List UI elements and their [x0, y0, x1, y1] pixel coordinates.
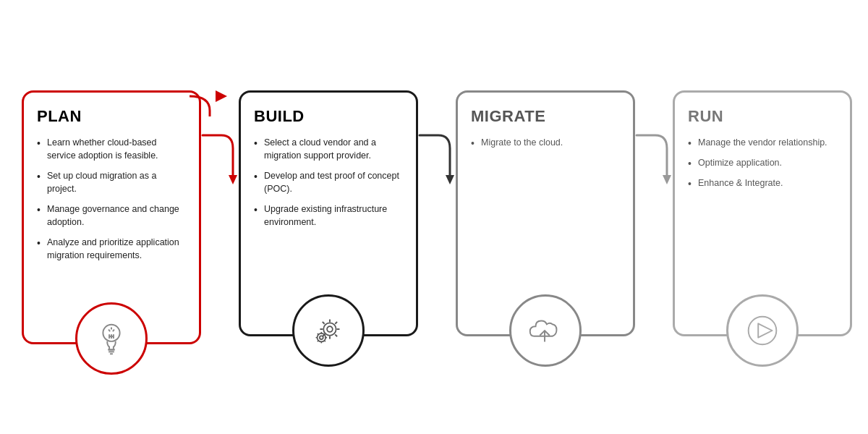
plan-bullet-1: Learn whether cloud-based service adopti…: [37, 136, 186, 162]
run-bullet-1: Manage the vendor relationship.: [688, 136, 837, 149]
svg-line-7: [113, 329, 114, 331]
plan-bullet-4: Analyze and prioritize application migra…: [37, 236, 186, 262]
phase-plan-wrapper: PLAN Learn whether cloud-based service a…: [22, 90, 201, 344]
svg-marker-33: [446, 175, 454, 184]
run-title: RUN: [688, 107, 837, 126]
phase-build-wrapper: BUILD Select a cloud vendor and a migrat…: [239, 90, 418, 336]
build-bullet-2: Develop and test proof of concept (POC).: [254, 169, 403, 195]
run-bullets: Manage the vendor relationship. Optimize…: [688, 136, 837, 190]
svg-line-20: [335, 334, 337, 336]
phase-migrate-box: MIGRATE Migrate to the cloud.: [456, 90, 635, 336]
build-bullet-3: Upgrade existing infrastructure environm…: [254, 203, 403, 229]
migrate-title: MIGRATE: [471, 107, 620, 126]
run-icon: [726, 294, 799, 367]
phase-build-box: BUILD Select a cloud vendor and a migrat…: [239, 90, 418, 336]
build-title: BUILD: [254, 107, 403, 126]
plan-title: PLAN: [37, 107, 186, 126]
plan-bullet-3: Manage governance and change adoption.: [37, 203, 186, 229]
svg-marker-37: [758, 323, 772, 337]
run-bullet-3: Enhance & Integrate.: [688, 176, 837, 190]
phase-run-box: RUN Manage the vendor relationship. Opti…: [673, 90, 852, 336]
svg-line-6: [109, 329, 110, 331]
migrate-icon: [509, 294, 582, 367]
diagram-container: PLAN Learn whether cloud-based service a…: [0, 69, 868, 366]
arrow-migrate-run: [634, 90, 674, 186]
phase-plan-box: PLAN Learn whether cloud-based service a…: [22, 90, 201, 344]
plan-bullet-2: Set up cloud migration as a project.: [37, 169, 186, 195]
run-bullet-2: Optimize application.: [688, 156, 837, 169]
arrow-build-migrate: [417, 90, 457, 186]
migrate-bullets: Migrate to the cloud.: [471, 136, 620, 149]
arrow-plan-build: [200, 90, 240, 186]
svg-point-14: [327, 326, 333, 332]
svg-marker-12: [229, 175, 237, 184]
svg-line-21: [335, 321, 337, 323]
build-bullet-1: Select a cloud vendor and a migration su…: [254, 136, 403, 162]
build-bullets: Select a cloud vendor and a migration su…: [254, 136, 403, 229]
svg-point-24: [320, 336, 323, 339]
svg-point-1: [103, 324, 119, 341]
svg-marker-35: [663, 175, 671, 184]
svg-line-19: [323, 321, 325, 323]
plan-icon: [75, 302, 148, 375]
phase-migrate-wrapper: MIGRATE Migrate to the cloud.: [456, 90, 635, 336]
plan-bullets: Learn whether cloud-based service adopti…: [37, 136, 186, 263]
phase-run-wrapper: RUN Manage the vendor relationship. Opti…: [673, 90, 852, 336]
build-icon: [292, 294, 365, 367]
migrate-bullet-1: Migrate to the cloud.: [471, 136, 620, 149]
